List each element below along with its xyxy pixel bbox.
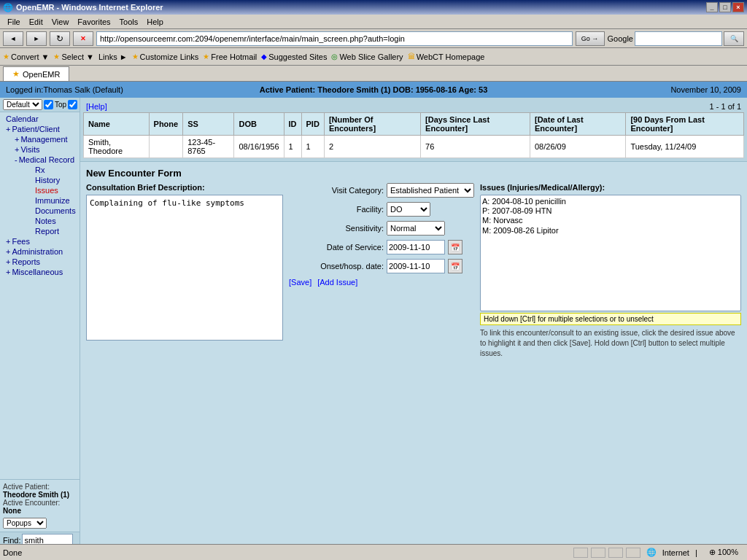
- sidebar-item-management[interactable]: + Management: [12, 134, 80, 144]
- back-btn[interactable]: ◄: [3, 31, 23, 46]
- issue-item-2[interactable]: P: 2007-08-09 HTN: [482, 206, 739, 216]
- sidebar-item-rx[interactable]: Rx: [23, 165, 80, 175]
- facility-label: Facility:: [289, 205, 384, 214]
- sidebar-item-visits[interactable]: + Visits: [12, 144, 80, 155]
- sidebar-item-admin[interactable]: + Administration: [3, 246, 80, 257]
- fav-convert[interactable]: ★ Convert ▼: [3, 52, 49, 61]
- fav-webslice[interactable]: ◎ Web Slice Gallery: [331, 52, 403, 61]
- fav-suggested[interactable]: ◆ Suggested Sites: [261, 52, 327, 61]
- cell-days-since: 76: [421, 136, 530, 158]
- table-header-row: [Help] 1 - 1 of 1: [83, 101, 744, 112]
- menu-favorites[interactable]: Favorites: [73, 16, 115, 28]
- sidebar-item-notes[interactable]: Notes: [23, 216, 80, 226]
- save-link[interactable]: [Save]: [289, 278, 311, 287]
- sidebar-item-history[interactable]: History: [23, 175, 80, 185]
- encounter-form-title: New Encounter Form: [86, 168, 741, 179]
- cell-dob: 08/16/1956: [234, 136, 284, 158]
- onset-date-input[interactable]: [387, 259, 445, 273]
- sidebar-item-documents[interactable]: Documents: [23, 206, 80, 216]
- help-link[interactable]: [Help]: [86, 102, 107, 111]
- progress-box2: [591, 548, 605, 558]
- top-checkbox[interactable]: [44, 100, 53, 109]
- menu-edit[interactable]: Edit: [25, 16, 47, 28]
- sidebar-top: Default Top Bot: [0, 98, 80, 112]
- sidebar-item-report[interactable]: Report: [23, 226, 80, 236]
- cell-encounters: 2: [324, 136, 420, 158]
- add-issue-link[interactable]: [Add Issue]: [317, 278, 357, 287]
- visit-category-label: Visit Category:: [289, 186, 384, 195]
- menu-bar: File Edit View Favorites Tools Help: [0, 15, 747, 29]
- maximize-btn[interactable]: □: [719, 2, 731, 12]
- refresh-btn[interactable]: ↻: [50, 31, 70, 46]
- issue-item-4[interactable]: M: 2009-08-26 Lipitor: [482, 226, 739, 236]
- google-input[interactable]: [635, 31, 722, 46]
- progress-boxes: [573, 548, 640, 558]
- menu-help[interactable]: Help: [142, 16, 168, 28]
- sidebar-item-patient[interactable]: + Patient/Client: [3, 124, 80, 134]
- onset-date-calendar-btn[interactable]: 📅: [448, 259, 462, 273]
- col-last-date: [Date of Last Encounter]: [530, 113, 626, 136]
- date-of-service-calendar-btn[interactable]: 📅: [448, 240, 462, 254]
- default-select[interactable]: Default: [3, 99, 42, 110]
- table-row[interactable]: Smith, Theodore 123-45-8765 08/16/1956 1…: [84, 136, 744, 158]
- address-bar: ◄ ► ↻ ✕ Go → Google 🔍: [0, 29, 747, 48]
- fav-links[interactable]: Links ►: [98, 52, 128, 61]
- date-of-service-row: Date of Service: 📅: [289, 240, 474, 254]
- table-header: Name Phone SS DOB ID PID [Number Of Enco…: [84, 113, 744, 136]
- fav-select[interactable]: ★ Select ▼: [53, 52, 94, 61]
- issues-list[interactable]: A: 2004-08-10 penicillin P: 2007-08-09 H…: [480, 195, 741, 311]
- progress-box4: [626, 548, 640, 558]
- sensitivity-select[interactable]: Normal High: [387, 221, 445, 236]
- expand-icon3: +: [15, 145, 19, 154]
- content-area: [Help] 1 - 1 of 1 Name Phone SS DOB ID P…: [80, 98, 747, 560]
- patient-label: Patient/Client: [12, 125, 59, 133]
- status-bar: Done 🌐 Internet | ⊕ 100%: [0, 544, 747, 560]
- fav-hotmail[interactable]: ★ Free Hotmail: [203, 52, 257, 61]
- col-pid: PID: [301, 113, 324, 136]
- main-layout: Default Top Bot Calendar + Patient/Clien…: [0, 98, 747, 560]
- sidebar-item-immunize[interactable]: Immunize: [23, 195, 80, 206]
- sidebar-group-fees: + Fees: [0, 236, 80, 246]
- cell-ninety-days: Tuesday, 11/24/09: [626, 136, 744, 158]
- table-container: Name Phone SS DOB ID PID [Number Of Enco…: [83, 112, 744, 158]
- menu-view[interactable]: View: [47, 16, 74, 28]
- forward-btn[interactable]: ►: [26, 31, 47, 46]
- col-name: Name: [84, 113, 150, 136]
- sidebar-item-misc[interactable]: + Miscellaneous: [3, 267, 80, 277]
- minimize-btn[interactable]: _: [706, 2, 718, 12]
- stop-btn[interactable]: ✕: [73, 31, 93, 46]
- date-of-service-input[interactable]: [387, 240, 445, 254]
- reports-label: Reports: [12, 257, 40, 266]
- menu-file[interactable]: File: [3, 16, 25, 28]
- search-btn[interactable]: 🔍: [724, 31, 744, 46]
- issue-item-3[interactable]: M: Norvasc: [482, 216, 739, 225]
- expand-icon2: +: [15, 135, 19, 144]
- bot-checkbox[interactable]: [68, 100, 77, 109]
- sidebar-item-calendar[interactable]: Calendar: [0, 114, 80, 124]
- address-input[interactable]: [96, 31, 573, 46]
- onset-date-label: Onset/hosp. date:: [289, 262, 384, 271]
- popups-select[interactable]: Popups: [3, 518, 47, 529]
- close-btn[interactable]: ×: [732, 2, 744, 12]
- issue-item-1[interactable]: A: 2004-08-10 penicillin: [482, 197, 739, 206]
- go-btn[interactable]: Go →: [576, 31, 605, 46]
- fav-bar: ★ Convert ▼ ★ Select ▼ Links ► ★ Customi…: [0, 48, 747, 66]
- menu-tools[interactable]: Tools: [115, 16, 143, 28]
- expand-icon: +: [6, 125, 10, 133]
- visit-category-select[interactable]: Established Patient New Patient Follow U…: [387, 183, 474, 198]
- desc-label: Consultation Brief Description:: [86, 183, 283, 192]
- top-label: Top: [55, 101, 66, 109]
- sidebar-item-medical-record[interactable]: - Medical Record: [12, 155, 80, 165]
- medical-record-label: Medical Record: [19, 155, 74, 164]
- fav-webct[interactable]: 🏛 WebCT Homepage: [408, 52, 485, 61]
- desc-textarea[interactable]: [86, 195, 283, 341]
- tab-openemr[interactable]: ★ OpenEMR: [3, 66, 69, 81]
- facility-select[interactable]: DO: [387, 202, 430, 217]
- fav-customize[interactable]: ★ Customize Links: [132, 52, 199, 61]
- cell-phone: [149, 136, 183, 158]
- sidebar-item-fees[interactable]: + Fees: [3, 236, 80, 246]
- active-patient-name: Theodore Smith (1): [3, 491, 77, 499]
- sidebar-item-reports[interactable]: + Reports: [3, 257, 80, 267]
- sidebar-item-issues[interactable]: Issues: [23, 185, 80, 195]
- status-right: 🌐 Internet | ⊕ 100%: [573, 548, 744, 558]
